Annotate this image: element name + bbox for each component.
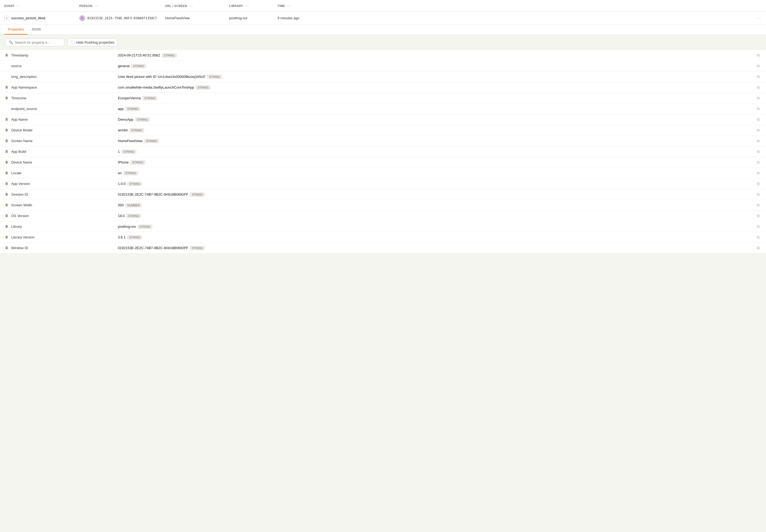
svg-rect-54: [5, 226, 6, 228]
type-badge: STRING: [144, 139, 159, 143]
property-key-label: Device Name: [11, 160, 32, 164]
svg-rect-49: [6, 214, 7, 216]
properties-table: Timestamp2024-09-21T15:40:51.956ZSTRING⧉…: [0, 50, 766, 253]
svg-rect-30: [5, 162, 6, 164]
copy-button[interactable]: ⧉: [756, 202, 761, 208]
property-value-cell: Europe/ViennaSTRING⧉: [118, 95, 761, 101]
copy-button[interactable]: ⧉: [756, 192, 761, 197]
property-key: Device Model: [5, 128, 118, 132]
property-key-label: Window ID: [11, 246, 28, 250]
svg-rect-28: [5, 161, 6, 162]
ph-flag-icon: [5, 161, 10, 164]
svg-rect-12: [5, 118, 6, 119]
search-box[interactable]: 🔍: [5, 39, 64, 46]
type-badge: STRING: [137, 225, 152, 229]
svg-rect-34: [5, 173, 6, 174]
hide-posthog-checkbox[interactable]: [71, 41, 75, 44]
property-key-label: long_description: [11, 75, 37, 79]
ph-flag-icon: [5, 150, 10, 154]
svg-rect-18: [5, 130, 6, 131]
type-badge: STRING: [129, 128, 144, 132]
copy-button[interactable]: ⧉: [756, 149, 761, 154]
svg-rect-27: [6, 151, 7, 153]
type-badge: STRING: [131, 64, 146, 68]
svg-rect-53: [6, 225, 7, 226]
header-person-dots[interactable]: ···: [94, 4, 98, 8]
svg-rect-42: [5, 194, 6, 196]
property-key-label: App Version: [11, 182, 30, 186]
property-key-label: App Namespace: [11, 85, 37, 89]
header-event-dots[interactable]: ···: [16, 4, 21, 8]
table-row: Timestamp2024-09-21T15:40:51.956ZSTRING⧉: [0, 50, 766, 61]
svg-rect-2: [5, 55, 6, 56]
property-key: endpoint_source: [5, 107, 118, 111]
header-url-dots[interactable]: ···: [189, 4, 194, 8]
copy-button[interactable]: ⧉: [756, 95, 761, 101]
search-input[interactable]: [15, 40, 61, 44]
property-key-label: Library: [11, 225, 22, 229]
property-key-label: Device Model: [11, 128, 32, 132]
collapse-button[interactable]: ×: [4, 16, 9, 21]
property-key: Screen Width: [5, 203, 118, 207]
property-key-label: Screen Width: [11, 203, 32, 207]
property-key: OS Version: [5, 214, 118, 218]
property-value-cell: HomeFeedViewSTRING⧉: [118, 138, 761, 144]
copy-button[interactable]: ⧉: [756, 52, 761, 58]
copy-button[interactable]: ⧉: [756, 224, 761, 229]
property-value-cell: 0192153E-2E2C-74B7-9B2C-9A618B0692FFSTRI…: [118, 245, 761, 251]
copy-button[interactable]: ⧉: [756, 170, 761, 176]
property-key: Timezone: [5, 96, 118, 100]
copy-button[interactable]: ⧉: [756, 159, 761, 165]
svg-rect-32: [5, 172, 6, 173]
property-value: DemoApp: [118, 117, 133, 121]
type-badge: STRING: [130, 160, 145, 165]
header-time-dots[interactable]: ···: [287, 4, 291, 8]
property-value-cell: 18.0STRING⧉: [118, 213, 761, 219]
type-badge: STRING: [127, 182, 142, 186]
svg-rect-11: [6, 98, 7, 99]
table-row: Window ID0192153E-2E2C-74B7-9B2C-9A618B0…: [0, 243, 766, 253]
svg-rect-26: [5, 151, 6, 153]
copy-button[interactable]: ⧉: [756, 127, 761, 133]
type-badge: STRING: [121, 150, 136, 154]
svg-rect-62: [5, 248, 6, 249]
property-key-label: Screen Name: [11, 139, 32, 143]
ph-flag-icon: [5, 193, 10, 196]
copy-button[interactable]: ⧉: [756, 63, 761, 69]
copy-button[interactable]: ⧉: [756, 138, 761, 144]
person-id: 0192153E-2E25-758E-86F3-D30A971358C7: [87, 16, 157, 20]
property-value: Europe/Vienna: [118, 96, 141, 100]
hide-posthog-button[interactable]: Hide PostHog properties: [67, 39, 118, 46]
property-value: HomeFeedView: [118, 139, 142, 143]
tab-properties[interactable]: Properties: [4, 25, 28, 35]
copy-button[interactable]: ⧉: [756, 106, 761, 112]
table-row: Screen Width393NUMBER⧉: [0, 200, 766, 211]
table-header: EVENT ··· PERSON ··· URL / SCREEN ··· LI…: [0, 0, 766, 12]
copy-button[interactable]: ⧉: [756, 85, 761, 90]
svg-rect-63: [6, 248, 7, 249]
time-cell: 9 minutes ago: [278, 16, 757, 20]
property-key: App Namespace: [5, 85, 118, 89]
svg-rect-0: [5, 54, 6, 55]
table-row: App Build1STRING⧉: [0, 146, 766, 157]
svg-rect-6: [5, 87, 6, 89]
type-badge: STRING: [135, 117, 150, 122]
table-row: Device NameiPhoneSTRING⧉: [0, 157, 766, 168]
person-cell[interactable]: 0 0192153E-2E25-758E-86F3-D30A971358C7: [79, 15, 165, 21]
property-key-label: App Build: [11, 150, 26, 154]
header-library-dots[interactable]: ···: [245, 4, 249, 8]
copy-button[interactable]: ⧉: [756, 117, 761, 122]
copy-button[interactable]: ⧉: [756, 245, 761, 251]
property-key-label: Timestamp: [11, 53, 28, 57]
copy-button[interactable]: ⧉: [756, 234, 761, 240]
ph-flag-icon: [5, 203, 10, 207]
table-row: OS Version18.0STRING⧉: [0, 211, 766, 221]
tab-json[interactable]: JSON: [28, 25, 44, 35]
avatar: 0: [79, 15, 85, 21]
row-more-button[interactable]: ···: [757, 16, 762, 20]
copy-button[interactable]: ⧉: [756, 74, 761, 79]
copy-button[interactable]: ⧉: [756, 181, 761, 187]
svg-rect-10: [5, 98, 6, 99]
property-key-label: Library Version: [11, 235, 35, 239]
copy-button[interactable]: ⧉: [756, 213, 761, 219]
